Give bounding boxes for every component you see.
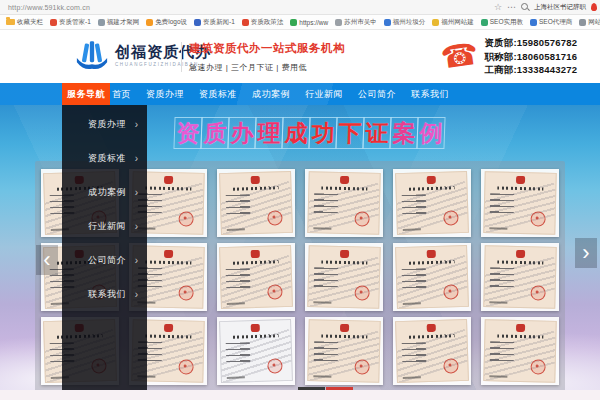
search-icon[interactable] (521, 3, 529, 11)
certificate-thumbnail[interactable] (217, 243, 295, 311)
bookmark-item[interactable]: 资质管家-1 (50, 18, 91, 27)
nav-item-qualification[interactable]: 资质办理 (146, 88, 184, 101)
browser-window: http://www.591kk.com.cn ☆ ⋯ 上海社区书记辞职 收藏夹… (0, 0, 600, 400)
phone-line: 资质部:15980576782 (484, 36, 577, 50)
bookmark-item[interactable]: 资质新闻-1 (194, 18, 235, 27)
site-header: 创福资质代办 CHUANGFUZIZHIDAIBAN 建筑资质代办一站式服务机构… (0, 30, 600, 83)
nav-item-about[interactable]: 公司简介 (358, 88, 396, 101)
browser-address-bar: http://www.591kk.com.cn ☆ ⋯ 上海社区书记辞职 (0, 0, 600, 15)
main-navbar: 服务导航 首页 资质办理 资质标准 成功案例 行业新闻 公司简介 联系我们 (0, 83, 600, 105)
bookmark-item[interactable]: SEO实用教 (481, 18, 523, 27)
certificate-thumbnail[interactable] (481, 317, 559, 385)
bookmark-item[interactable]: 网站快速排 (579, 18, 600, 27)
title-char: 理 (254, 117, 283, 149)
page-below-fold (0, 390, 600, 400)
carousel-next-button[interactable]: › (575, 238, 597, 268)
bookmark-folder[interactable]: 收藏夹栏 (6, 18, 43, 27)
certificate-thumbnail[interactable] (393, 243, 471, 311)
phone-icon: ☎ (439, 39, 480, 74)
bookmark-icon (432, 19, 439, 26)
nav-item-standards[interactable]: 资质标准 (199, 88, 237, 101)
bookmark-item[interactable]: 苏州市吴中 (335, 18, 377, 27)
title-char: 办 (227, 117, 256, 149)
phone-line: 工商部:13338443272 (484, 63, 577, 77)
hero-banner: 资 质 办 理 成 功 下 证 案 例 (0, 105, 600, 390)
title-char: 例 (416, 117, 445, 149)
dropdown-item-standards[interactable]: 资质标准› (62, 141, 147, 175)
chevron-right-icon: › (135, 255, 138, 266)
bookmark-icon (194, 19, 201, 26)
certificate-thumbnail[interactable] (305, 169, 383, 237)
bookmark-item[interactable]: 免费logo设 (146, 18, 187, 27)
star-icon[interactable]: ☆ (494, 0, 502, 14)
nav-item-news[interactable]: 行业新闻 (305, 88, 343, 101)
contact-block: ☎ 资质部:15980576782 职称部:18060581716 工商部:13… (441, 36, 577, 77)
nav-item-cases[interactable]: 成功案例 (252, 88, 290, 101)
certificate-thumbnail[interactable] (481, 169, 559, 237)
header-divider (181, 42, 182, 72)
title-char: 下 (335, 117, 364, 149)
title-char: 证 (362, 117, 391, 149)
dropdown-item-cases[interactable]: 成功案例› (62, 175, 147, 209)
title-char: 资 (173, 117, 202, 149)
certificate-thumbnail[interactable] (393, 317, 471, 385)
bookmark-icon (579, 19, 586, 26)
bookmark-icon (50, 19, 57, 26)
chevron-right-icon: › (135, 153, 138, 164)
bookmark-icon (530, 19, 537, 26)
bookmark-icon (98, 19, 105, 26)
bookmark-icon (481, 19, 488, 26)
dropdown-item-news[interactable]: 行业新闻› (62, 209, 147, 243)
certificate-thumbnail[interactable] (305, 243, 383, 311)
banner-title: 资 质 办 理 成 功 下 证 案 例 (175, 117, 445, 149)
bookmark-item[interactable]: 福州垃圾分 (384, 18, 426, 27)
dropdown-item-about[interactable]: 公司简介› (62, 243, 147, 277)
bookmark-item[interactable]: 福建才聚网 (98, 18, 140, 27)
chevron-right-icon: › (135, 221, 138, 232)
chevron-right-icon: › (135, 187, 138, 198)
nav-item-contact[interactable]: 联系我们 (411, 88, 449, 101)
dropdown-item-qualification[interactable]: 资质办理› (62, 107, 147, 141)
carousel-prev-button[interactable]: ‹ (36, 245, 58, 275)
nav-item-home[interactable]: 首页 (112, 88, 131, 101)
title-char: 成 (281, 117, 310, 149)
bookmark-icon (242, 19, 249, 26)
more-icon[interactable]: ⋯ (507, 0, 516, 14)
bookmark-icon (384, 19, 391, 26)
service-nav-button[interactable]: 服务导航 (62, 83, 110, 105)
slogan-subtitle: 急速办理 | 三个月下证 | 费用低 (189, 62, 345, 73)
dropdown-item-contact[interactable]: 联系我们› (62, 277, 147, 311)
hot-search-text[interactable]: 上海社区书记辞职 (534, 3, 586, 12)
slogan-title: 建筑资质代办一站式服务机构 (189, 41, 345, 56)
logo-book-icon (74, 39, 110, 71)
chevron-right-icon: › (135, 289, 138, 300)
bookmark-item[interactable]: https://ww (290, 19, 328, 26)
bookmark-icon (290, 19, 297, 26)
folder-icon (6, 19, 15, 25)
browser-controls: ☆ ⋯ 上海社区书记辞职 (494, 0, 597, 14)
bookmark-item[interactable]: SEO代理商 (530, 18, 572, 27)
header-slogan: 建筑资质代办一站式服务机构 急速办理 | 三个月下证 | 费用低 (189, 41, 345, 73)
hot-flame-icon[interactable] (591, 3, 597, 11)
certificate-thumbnail[interactable] (481, 243, 559, 311)
title-char: 功 (308, 117, 337, 149)
bookmarks-bar: 收藏夹栏 资质管家-1 福建才聚网 免费logo设 资质新闻-1 资质政策法 h… (0, 15, 600, 30)
bookmark-icon (335, 19, 342, 26)
url-text[interactable]: http://www.591kk.com.cn (8, 4, 90, 11)
title-char: 质 (200, 117, 229, 149)
bookmark-item[interactable]: 资质政策法 (242, 18, 284, 27)
bookmark-icon (146, 19, 153, 26)
bookmark-item[interactable]: 福州网站建 (432, 18, 474, 27)
certificate-thumbnail[interactable] (217, 317, 295, 385)
certificate-thumbnail[interactable] (217, 169, 295, 237)
phone-numbers: 资质部:15980576782 职称部:18060581716 工商部:1333… (484, 36, 577, 77)
service-dropdown-menu: 资质办理› 资质标准› 成功案例› 行业新闻› 公司简介› 联系我们› (62, 105, 147, 400)
title-char: 案 (389, 117, 418, 149)
certificate-thumbnail[interactable] (393, 169, 471, 237)
phone-line: 职称部:18060581716 (484, 50, 577, 64)
certificate-thumbnail[interactable] (305, 317, 383, 385)
chevron-right-icon: › (135, 119, 138, 130)
nav-items: 首页 资质办理 资质标准 成功案例 行业新闻 公司简介 联系我们 (112, 83, 449, 105)
